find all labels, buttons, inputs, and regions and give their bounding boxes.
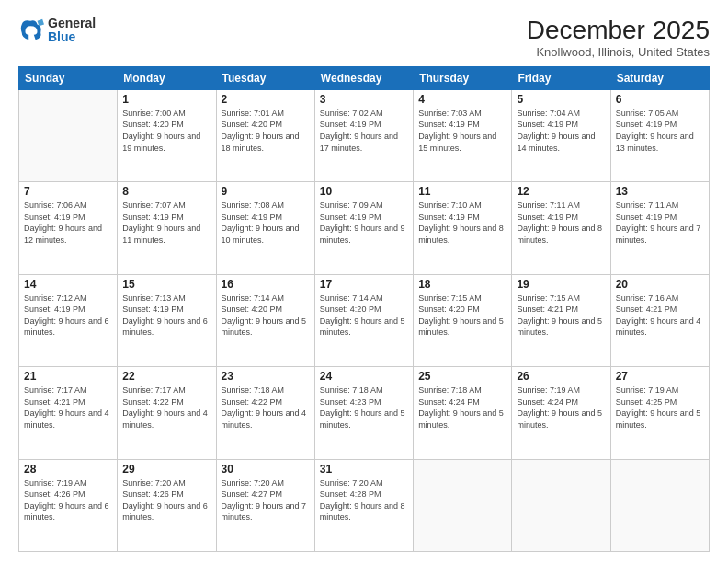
page: General Blue December 2025 Knollwood, Il…: [0, 0, 728, 563]
day-number: 14: [24, 278, 112, 291]
calendar-cell: 6Sunrise: 7:05 AM Sunset: 4:19 PM Daylig…: [610, 89, 709, 181]
day-number: 23: [222, 370, 310, 383]
day-number: 5: [517, 93, 605, 106]
calendar-cell: [512, 459, 610, 551]
day-number: 26: [517, 370, 605, 383]
calendar-week-row: 14Sunrise: 7:12 AM Sunset: 4:19 PM Dayli…: [19, 274, 710, 366]
day-info: Sunrise: 7:04 AM Sunset: 4:19 PM Dayligh…: [517, 108, 605, 154]
calendar-cell: 11Sunrise: 7:10 AM Sunset: 4:19 PM Dayli…: [414, 182, 512, 274]
calendar-cell: 14Sunrise: 7:12 AM Sunset: 4:19 PM Dayli…: [19, 274, 118, 366]
calendar-cell: 24Sunrise: 7:18 AM Sunset: 4:23 PM Dayli…: [314, 367, 413, 459]
day-number: 11: [418, 185, 506, 198]
calendar-cell: 5Sunrise: 7:04 AM Sunset: 4:19 PM Daylig…: [512, 89, 610, 181]
title-area: December 2025 Knollwood, Illinois, Unite…: [527, 17, 710, 59]
calendar-cell: 12Sunrise: 7:11 AM Sunset: 4:19 PM Dayli…: [512, 182, 610, 274]
calendar-cell: 23Sunrise: 7:18 AM Sunset: 4:22 PM Dayli…: [216, 367, 314, 459]
calendar-cell: 16Sunrise: 7:14 AM Sunset: 4:20 PM Dayli…: [216, 274, 314, 366]
calendar-cell: 1Sunrise: 7:00 AM Sunset: 4:20 PM Daylig…: [118, 89, 216, 181]
logo-text: General Blue: [48, 17, 96, 45]
day-info: Sunrise: 7:12 AM Sunset: 4:19 PM Dayligh…: [24, 293, 112, 339]
day-number: 6: [616, 93, 704, 106]
day-number: 9: [222, 185, 310, 198]
calendar-cell: 21Sunrise: 7:17 AM Sunset: 4:21 PM Dayli…: [19, 367, 118, 459]
calendar-cell: 9Sunrise: 7:08 AM Sunset: 4:19 PM Daylig…: [216, 182, 314, 274]
day-number: 1: [122, 93, 210, 106]
calendar-week-row: 7Sunrise: 7:06 AM Sunset: 4:19 PM Daylig…: [19, 182, 710, 274]
calendar-cell: 30Sunrise: 7:20 AM Sunset: 4:27 PM Dayli…: [216, 459, 314, 551]
day-number: 8: [122, 185, 210, 198]
day-info: Sunrise: 7:03 AM Sunset: 4:19 PM Dayligh…: [418, 108, 506, 154]
day-number: 2: [222, 93, 310, 106]
day-number: 29: [122, 463, 210, 476]
day-info: Sunrise: 7:13 AM Sunset: 4:19 PM Dayligh…: [122, 293, 210, 339]
day-info: Sunrise: 7:14 AM Sunset: 4:20 PM Dayligh…: [222, 293, 310, 339]
day-info: Sunrise: 7:11 AM Sunset: 4:19 PM Dayligh…: [517, 200, 605, 246]
day-info: Sunrise: 7:11 AM Sunset: 4:19 PM Dayligh…: [616, 200, 704, 246]
calendar-cell: 2Sunrise: 7:01 AM Sunset: 4:20 PM Daylig…: [216, 89, 314, 181]
calendar-cell: [414, 459, 512, 551]
subtitle: Knollwood, Illinois, United States: [527, 45, 710, 59]
day-info: Sunrise: 7:02 AM Sunset: 4:19 PM Dayligh…: [320, 108, 408, 154]
logo-general-label: General: [48, 17, 96, 30]
weekday-header-friday: Friday: [512, 66, 610, 89]
day-info: Sunrise: 7:20 AM Sunset: 4:27 PM Dayligh…: [222, 477, 310, 523]
day-info: Sunrise: 7:19 AM Sunset: 4:24 PM Dayligh…: [517, 385, 605, 431]
day-info: Sunrise: 7:18 AM Sunset: 4:23 PM Dayligh…: [320, 385, 408, 431]
day-number: 21: [24, 370, 112, 383]
calendar-week-row: 21Sunrise: 7:17 AM Sunset: 4:21 PM Dayli…: [19, 367, 710, 459]
day-info: Sunrise: 7:18 AM Sunset: 4:24 PM Dayligh…: [418, 385, 506, 431]
day-info: Sunrise: 7:15 AM Sunset: 4:20 PM Dayligh…: [418, 293, 506, 339]
day-number: 17: [320, 278, 408, 291]
day-number: 10: [320, 185, 408, 198]
header: General Blue December 2025 Knollwood, Il…: [18, 17, 710, 59]
day-info: Sunrise: 7:17 AM Sunset: 4:21 PM Dayligh…: [24, 385, 112, 431]
calendar-cell: 27Sunrise: 7:19 AM Sunset: 4:25 PM Dayli…: [610, 367, 709, 459]
calendar-cell: 18Sunrise: 7:15 AM Sunset: 4:20 PM Dayli…: [414, 274, 512, 366]
day-number: 22: [122, 370, 210, 383]
calendar-cell: [19, 89, 118, 181]
calendar-cell: 3Sunrise: 7:02 AM Sunset: 4:19 PM Daylig…: [314, 89, 413, 181]
weekday-header-saturday: Saturday: [610, 66, 709, 89]
calendar-cell: 15Sunrise: 7:13 AM Sunset: 4:19 PM Dayli…: [118, 274, 216, 366]
calendar-cell: 29Sunrise: 7:20 AM Sunset: 4:26 PM Dayli…: [118, 459, 216, 551]
day-number: 12: [517, 185, 605, 198]
day-info: Sunrise: 7:09 AM Sunset: 4:19 PM Dayligh…: [320, 200, 408, 246]
day-number: 20: [616, 278, 704, 291]
calendar-header: SundayMondayTuesdayWednesdayThursdayFrid…: [19, 66, 710, 89]
day-number: 7: [24, 185, 112, 198]
calendar-body: 1Sunrise: 7:00 AM Sunset: 4:20 PM Daylig…: [19, 89, 710, 551]
calendar-cell: [610, 459, 709, 551]
day-number: 24: [320, 370, 408, 383]
calendar-cell: 31Sunrise: 7:20 AM Sunset: 4:28 PM Dayli…: [314, 459, 413, 551]
day-info: Sunrise: 7:08 AM Sunset: 4:19 PM Dayligh…: [222, 200, 310, 246]
day-number: 3: [320, 93, 408, 106]
day-number: 15: [122, 278, 210, 291]
calendar-cell: 22Sunrise: 7:17 AM Sunset: 4:22 PM Dayli…: [118, 367, 216, 459]
day-number: 25: [418, 370, 506, 383]
day-info: Sunrise: 7:15 AM Sunset: 4:21 PM Dayligh…: [517, 293, 605, 339]
day-number: 31: [320, 463, 408, 476]
day-info: Sunrise: 7:16 AM Sunset: 4:21 PM Dayligh…: [616, 293, 704, 339]
day-number: 13: [616, 185, 704, 198]
calendar-cell: 25Sunrise: 7:18 AM Sunset: 4:24 PM Dayli…: [414, 367, 512, 459]
weekday-header-sunday: Sunday: [19, 66, 118, 89]
calendar-cell: 26Sunrise: 7:19 AM Sunset: 4:24 PM Dayli…: [512, 367, 610, 459]
calendar-cell: 7Sunrise: 7:06 AM Sunset: 4:19 PM Daylig…: [19, 182, 118, 274]
day-info: Sunrise: 7:18 AM Sunset: 4:22 PM Dayligh…: [222, 385, 310, 431]
weekday-header-wednesday: Wednesday: [314, 66, 413, 89]
weekday-header-row: SundayMondayTuesdayWednesdayThursdayFrid…: [19, 66, 710, 89]
calendar-cell: 17Sunrise: 7:14 AM Sunset: 4:20 PM Dayli…: [314, 274, 413, 366]
day-info: Sunrise: 7:06 AM Sunset: 4:19 PM Dayligh…: [24, 200, 112, 246]
day-info: Sunrise: 7:01 AM Sunset: 4:20 PM Dayligh…: [222, 108, 310, 154]
calendar-cell: 10Sunrise: 7:09 AM Sunset: 4:19 PM Dayli…: [314, 182, 413, 274]
day-info: Sunrise: 7:19 AM Sunset: 4:26 PM Dayligh…: [24, 477, 112, 523]
calendar-cell: 8Sunrise: 7:07 AM Sunset: 4:19 PM Daylig…: [118, 182, 216, 274]
day-number: 19: [517, 278, 605, 291]
main-title: December 2025: [527, 17, 710, 45]
day-number: 18: [418, 278, 506, 291]
day-info: Sunrise: 7:10 AM Sunset: 4:19 PM Dayligh…: [418, 200, 506, 246]
calendar-cell: 19Sunrise: 7:15 AM Sunset: 4:21 PM Dayli…: [512, 274, 610, 366]
day-info: Sunrise: 7:07 AM Sunset: 4:19 PM Dayligh…: [122, 200, 210, 246]
logo-blue-label: Blue: [48, 30, 96, 44]
logo-icon: [18, 17, 44, 43]
